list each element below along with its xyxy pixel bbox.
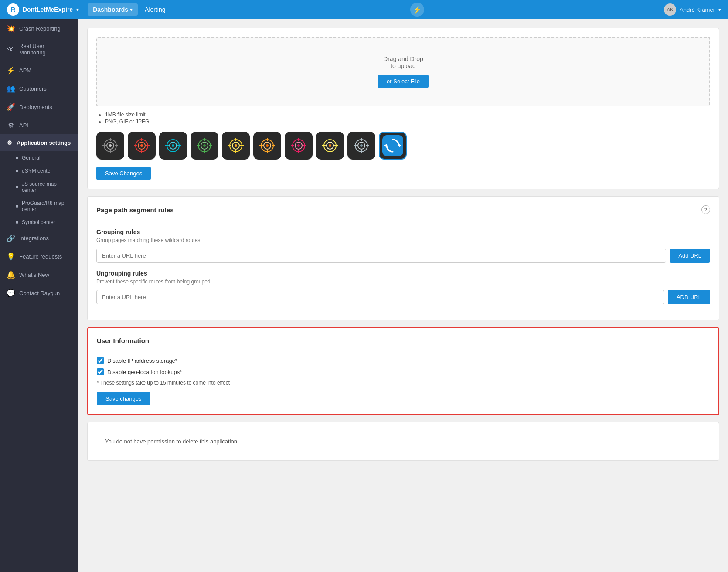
user-menu[interactable]: AK André Krämer ▾ xyxy=(664,3,721,16)
api-icon: ⚙ xyxy=(7,121,15,129)
file-limit-type: PNG, GIF or JPEG xyxy=(105,119,710,125)
topnav-center: ⚡ xyxy=(176,3,659,17)
sidebar-item-rum[interactable]: 👁 Real User Monitoring xyxy=(0,37,78,61)
permission-message: You do not have permission to delete thi… xyxy=(96,431,710,452)
deployments-icon: 🚀 xyxy=(7,103,15,111)
grouping-url-input[interactable] xyxy=(96,249,666,263)
sub-dot xyxy=(16,170,18,172)
sub-dot xyxy=(16,157,18,159)
main-content: Drag and Dropto upload or Select File 1M… xyxy=(78,19,728,572)
topnav-nav: Dashboards ▾ Alerting xyxy=(88,3,170,16)
disable-geo-row: Disable geo-location lookups* xyxy=(97,368,710,375)
settings-note: * These settings take up to 15 minutes t… xyxy=(97,380,710,386)
sidebar-item-api[interactable]: ⚙ API xyxy=(0,116,78,134)
icon-thumb-5[interactable] xyxy=(222,132,250,160)
nav-dashboards[interactable]: Dashboards ▾ xyxy=(88,3,138,16)
drag-drop-text: Drag and Dropto upload xyxy=(383,55,423,69)
sub-dot xyxy=(16,205,18,208)
contact-icon: 💬 xyxy=(7,289,15,297)
disable-geo-checkbox[interactable] xyxy=(97,368,104,375)
sidebar-item-whats-new[interactable]: 🔔 What's New xyxy=(0,266,78,284)
ungrouping-subtitle: Prevent these specific routes from being… xyxy=(96,279,710,285)
save-changes-button-1[interactable]: Save Changes xyxy=(96,167,151,180)
brand-logo[interactable]: R DontLetMeExpire ▾ xyxy=(7,3,79,16)
svg-point-19 xyxy=(172,144,174,147)
ungrouping-title: Ungrouping rules xyxy=(96,270,710,277)
sidebar: 💥 Crash Reporting 👁 Real User Monitoring… xyxy=(0,19,78,572)
icon-thumb-3[interactable] xyxy=(159,132,187,160)
disable-ip-row: Disable IP address storage* xyxy=(97,357,710,364)
sidebar-item-contact[interactable]: 💬 Contact Raygun xyxy=(0,284,78,302)
brand-chevron: ▾ xyxy=(76,7,79,13)
user-chevron: ▾ xyxy=(718,7,721,13)
icon-thumb-1[interactable] xyxy=(96,132,124,160)
sidebar-sub-proguard[interactable]: ProGuard/R8 map center xyxy=(0,197,78,216)
sidebar-item-feature-requests[interactable]: 💡 Feature requests xyxy=(0,247,78,266)
sidebar-sub-symbol-center[interactable]: Symbol center xyxy=(0,216,78,229)
disable-ip-label: Disable IP address storage* xyxy=(107,358,177,364)
ungrouping-url-input[interactable] xyxy=(96,290,664,304)
file-limit-size: 1MB file size limit xyxy=(105,112,710,118)
grouping-add-url-button[interactable]: Add URL xyxy=(670,249,710,263)
svg-point-67 xyxy=(360,144,363,147)
rum-icon: 👁 xyxy=(7,45,15,53)
user-name: André Krämer xyxy=(680,7,715,13)
svg-point-51 xyxy=(297,144,300,147)
grouping-title: Grouping rules xyxy=(96,228,710,235)
logo-icon: R xyxy=(7,3,19,16)
bolt-icon[interactable]: ⚡ xyxy=(410,3,424,17)
sidebar-item-customers[interactable]: 👥 Customers xyxy=(0,79,78,98)
icon-thumb-4[interactable] xyxy=(191,132,218,160)
icon-grid xyxy=(96,132,710,160)
sidebar-sub-dsym[interactable]: dSYM center xyxy=(0,164,78,177)
topnav: R DontLetMeExpire ▾ Dashboards ▾ Alertin… xyxy=(0,0,728,19)
help-icon[interactable]: ? xyxy=(701,205,710,214)
sidebar-item-crash-reporting[interactable]: 💥 Crash Reporting xyxy=(0,19,78,37)
save-changes-button-2[interactable]: Save changes xyxy=(97,392,150,405)
disable-geo-label: Disable geo-location lookups* xyxy=(107,369,182,375)
permission-card: You do not have permission to delete thi… xyxy=(87,422,719,461)
sidebar-sub-general[interactable]: General xyxy=(0,151,78,164)
icon-thumb-9[interactable] xyxy=(347,132,375,160)
icon-thumb-2[interactable] xyxy=(128,132,156,160)
svg-point-11 xyxy=(140,144,143,147)
svg-point-43 xyxy=(266,144,269,147)
ungrouping-add-url-button[interactable]: ADD URL xyxy=(668,290,710,304)
icon-thumb-10[interactable] xyxy=(379,132,407,160)
icon-thumb-6[interactable] xyxy=(253,132,281,160)
svg-point-27 xyxy=(203,144,206,147)
svg-point-59 xyxy=(329,144,331,147)
sub-dot xyxy=(16,186,18,188)
sidebar-item-integrations[interactable]: 🔗 Integrations xyxy=(0,229,78,247)
disable-ip-checkbox[interactable] xyxy=(97,357,104,364)
nav-alerting[interactable]: Alerting xyxy=(139,3,170,16)
crash-reporting-icon: 💥 xyxy=(7,24,15,32)
whats-new-icon: 🔔 xyxy=(7,271,15,279)
integrations-icon: 🔗 xyxy=(7,234,15,242)
grouping-subtitle: Group pages matching these wildcard rout… xyxy=(96,237,710,243)
svg-point-3 xyxy=(109,144,112,147)
sidebar-sub-js-source[interactable]: JS source map center xyxy=(0,177,78,197)
sidebar-item-deployments[interactable]: 🚀 Deployments xyxy=(0,98,78,116)
sidebar-item-apm[interactable]: ⚡ APM xyxy=(0,61,78,79)
customers-icon: 👥 xyxy=(7,85,15,92)
app-settings-icon: ⚙ xyxy=(7,140,12,146)
brand-name: DontLetMeExpire xyxy=(23,6,73,13)
sidebar-sub-menu: General dSYM center JS source map center… xyxy=(0,151,78,229)
user-info-card: User Information Disable IP address stor… xyxy=(87,327,719,415)
select-file-button[interactable]: or Select File xyxy=(378,75,429,88)
file-limits: 1MB file size limit PNG, GIF or JPEG xyxy=(96,112,710,125)
icon-thumb-7[interactable] xyxy=(285,132,313,160)
page-path-card: Page path segment rules ? Grouping rules… xyxy=(87,196,719,320)
sub-dot xyxy=(16,221,18,224)
sidebar-section-app-settings[interactable]: ⚙ Application settings xyxy=(0,134,78,151)
page-path-title: Page path segment rules ? xyxy=(96,205,710,214)
upload-area[interactable]: Drag and Dropto upload or Select File xyxy=(96,37,710,106)
user-info-title: User Information xyxy=(97,337,710,344)
ungrouping-url-row: ADD URL xyxy=(96,290,710,304)
grouping-url-row: Add URL xyxy=(96,249,710,263)
icon-thumb-8[interactable] xyxy=(316,132,344,160)
avatar: AK xyxy=(664,3,676,16)
feature-requests-icon: 💡 xyxy=(7,252,15,260)
svg-point-35 xyxy=(235,144,237,147)
